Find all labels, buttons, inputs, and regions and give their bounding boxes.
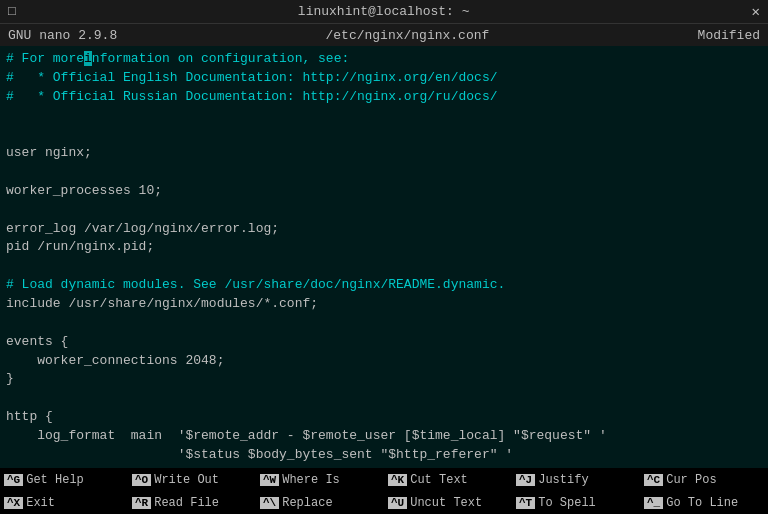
editor-line <box>6 107 762 126</box>
shortcut-key: ^O <box>132 474 151 486</box>
shortcut-go-to-line[interactable]: ^_ Go To Line <box>640 491 768 514</box>
shortcut-key: ^U <box>388 497 407 509</box>
shortcut-label: Justify <box>538 473 588 487</box>
editor-line: include /usr/share/nginx/modules/*.conf; <box>6 295 762 314</box>
shortcut-cur-pos[interactable]: ^C Cur Pos <box>640 468 768 491</box>
title-bar: □ linuxhint@localhost: ~ ✕ <box>0 0 768 24</box>
shortcut-justify[interactable]: ^J Justify <box>512 468 640 491</box>
shortcut-key: ^J <box>516 474 535 486</box>
editor-line: } <box>6 370 762 389</box>
shortcut-cut-text[interactable]: ^K Cut Text <box>384 468 512 491</box>
shortcut-label: Exit <box>26 496 55 510</box>
editor-line: # For moreinformation on configuration, … <box>6 50 762 69</box>
nano-version: GNU nano 2.9.8 <box>8 28 117 43</box>
shortcut-key: ^T <box>516 497 535 509</box>
shortcut-label: Cut Text <box>410 473 468 487</box>
editor-line: events { <box>6 333 762 352</box>
menu-bar: GNU nano 2.9.8 /etc/nginx/nginx.conf Mod… <box>0 24 768 46</box>
shortcut-write-out[interactable]: ^O Write Out <box>128 468 256 491</box>
editor-line: # * Official Russian Documentation: http… <box>6 88 762 107</box>
shortcut-key: ^X <box>4 497 23 509</box>
editor-line <box>6 201 762 220</box>
title-bar-title: linuxhint@localhost: ~ <box>16 4 752 19</box>
shortcut-exit[interactable]: ^X Exit <box>0 491 128 514</box>
editor-line <box>6 389 762 408</box>
editor-line: # Load dynamic modules. See /usr/share/d… <box>6 276 762 295</box>
title-bar-left: □ <box>8 4 16 19</box>
editor-line: log_format main '$remote_addr - $remote_… <box>6 427 762 446</box>
shortcut-label: Read File <box>154 496 219 510</box>
close-button[interactable]: ✕ <box>752 3 760 20</box>
shortcut-row-2: ^X Exit ^R Read File ^\ Replace ^U Uncut… <box>0 491 768 514</box>
terminal-window: □ linuxhint@localhost: ~ ✕ GNU nano 2.9.… <box>0 0 768 514</box>
editor-line <box>6 257 762 276</box>
shortcut-key: ^K <box>388 474 407 486</box>
file-path: /etc/nginx/nginx.conf <box>325 28 489 43</box>
shortcut-key: ^G <box>4 474 23 486</box>
shortcut-replace[interactable]: ^\ Replace <box>256 491 384 514</box>
shortcut-label: Uncut Text <box>410 496 482 510</box>
shortcut-get-help[interactable]: ^G Get Help <box>0 468 128 491</box>
editor-line: '$status $body_bytes_sent "$http_referer… <box>6 446 762 465</box>
editor-line: error_log /var/log/nginx/error.log; <box>6 220 762 239</box>
editor-line: pid /run/nginx.pid; <box>6 238 762 257</box>
shortcut-label: Get Help <box>26 473 84 487</box>
shortcut-key: ^_ <box>644 497 663 509</box>
editor-line <box>6 314 762 333</box>
shortcut-row-1: ^G Get Help ^O Write Out ^W Where Is ^K … <box>0 468 768 491</box>
shortcut-label: To Spell <box>538 496 596 510</box>
editor-line: http { <box>6 408 762 427</box>
editor-line: worker_connections 2048; <box>6 352 762 371</box>
editor-area[interactable]: # For moreinformation on configuration, … <box>0 46 768 468</box>
shortcut-label: Cur Pos <box>666 473 716 487</box>
editor-line <box>6 163 762 182</box>
shortcut-key: ^C <box>644 474 663 486</box>
shortcuts-container: ^G Get Help ^O Write Out ^W Where Is ^K … <box>0 468 768 514</box>
shortcut-label: Go To Line <box>666 496 738 510</box>
shortcut-uncut-text[interactable]: ^U Uncut Text <box>384 491 512 514</box>
shortcut-where-is[interactable]: ^W Where Is <box>256 468 384 491</box>
editor-line: # * Official English Documentation: http… <box>6 69 762 88</box>
shortcut-label: Replace <box>282 496 332 510</box>
shortcut-read-file[interactable]: ^R Read File <box>128 491 256 514</box>
shortcut-label: Where Is <box>282 473 340 487</box>
shortcut-key: ^W <box>260 474 279 486</box>
shortcut-to-spell[interactable]: ^T To Spell <box>512 491 640 514</box>
shortcut-key: ^R <box>132 497 151 509</box>
window-icon: □ <box>8 4 16 19</box>
shortcut-key: ^\ <box>260 497 279 509</box>
modified-status: Modified <box>698 28 760 43</box>
editor-line: user nginx; <box>6 144 762 163</box>
shortcut-label: Write Out <box>154 473 219 487</box>
editor-line <box>6 125 762 144</box>
editor-line: worker_processes 10; <box>6 182 762 201</box>
